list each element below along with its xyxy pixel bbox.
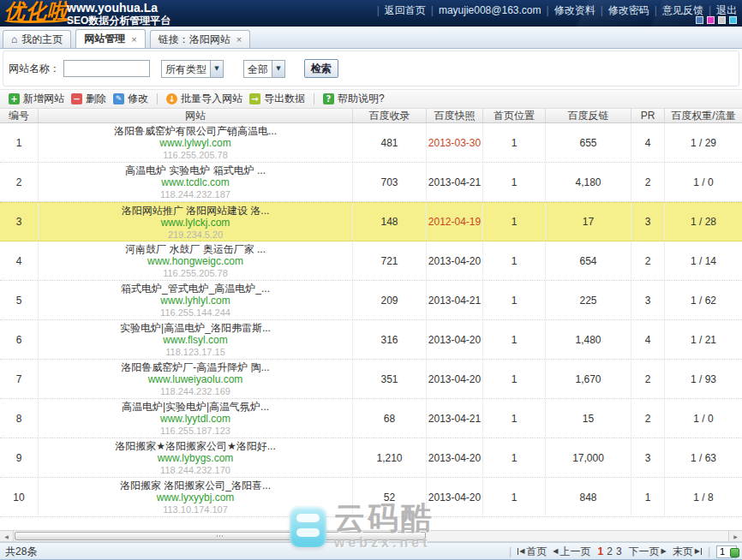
page-number[interactable]: 3 — [615, 545, 623, 557]
pr-value: 2 — [631, 163, 665, 201]
top-link[interactable]: 意见反馈 — [662, 4, 703, 16]
theme-color-swatch[interactable] — [707, 16, 715, 24]
table-row[interactable]: 5箱式电炉_管式电炉_高温电炉_...www.lyhlyl.com116.255… — [0, 281, 742, 320]
theme-color-swatch[interactable] — [696, 16, 703, 24]
first-page-button[interactable]: ◀ 首页 — [518, 545, 547, 559]
horizontal-scrollbar[interactable]: ◀ ▶ — [0, 530, 742, 542]
close-icon[interactable]: × — [131, 35, 136, 44]
type-select[interactable]: 所有类型 ▼ — [161, 60, 224, 78]
chevron-down-icon[interactable]: ▼ — [210, 61, 223, 77]
top-header-bar: 优化啦 www.youhua.La SEO数据分析管理平台 |返回首页|mayu… — [0, 0, 742, 27]
page-number[interactable]: 2 — [606, 545, 613, 557]
baidu-snapshot: 2013-04-20 — [427, 438, 483, 477]
column-header[interactable]: 百度快照 — [427, 109, 483, 122]
separator: | — [708, 545, 710, 557]
top-link[interactable]: 返回首页 — [385, 4, 426, 16]
site-domain-link[interactable]: www.hongweigc.com — [147, 255, 243, 267]
row-number: 4 — [0, 241, 39, 280]
page-number-current[interactable]: 1 — [597, 545, 605, 557]
scroll-left-arrow-icon[interactable]: ◀ — [0, 531, 14, 541]
site-domain-link[interactable]: www.lyytdl.com — [160, 413, 230, 425]
table-row[interactable]: 7洛阳鲁威窑炉厂-高温升降炉 陶...www.luweiyaolu.com118… — [0, 360, 742, 399]
separator: | — [655, 4, 657, 16]
baidu-collected: 351 — [353, 360, 427, 398]
table-row[interactable]: 8高温电炉|实验电炉|高温气氛炉...www.lyytdl.com116.255… — [0, 399, 742, 438]
batch-import-button[interactable]: ↓ 批量导入网站 — [163, 92, 246, 106]
scrollbar-thumb[interactable] — [15, 532, 426, 540]
table-row[interactable]: 9洛阳搬家★洛阳搬家公司★洛阳好...www.lybygs.com118.244… — [0, 438, 742, 478]
site-domain-link[interactable]: www.lylckj.com — [161, 217, 230, 229]
site-domain-link[interactable]: www.lyhlyl.com — [160, 295, 230, 307]
column-header[interactable]: 百度反链 — [546, 109, 631, 122]
prev-page-icon: ◀ — [553, 548, 558, 555]
table-row[interactable]: 3洛阳网站推广 洛阳网站建设 洛...www.lylckj.com219.234… — [0, 202, 742, 241]
theme-color-swatch[interactable] — [718, 16, 726, 24]
help-button[interactable]: ? 帮助说明? — [320, 92, 388, 106]
site-cell: 洛阳搬家 洛阳搬家公司_洛阳喜...www.lyxyybj.com113.10.… — [39, 478, 353, 516]
button-label: 修改 — [128, 92, 148, 106]
tab-link-luoyang[interactable]: 链接：洛阳网站 × — [150, 30, 250, 48]
table-row[interactable]: 6实验电炉|高温电炉_洛阳弗雷斯...www.flsyl.com118.123.… — [0, 320, 742, 360]
table-row[interactable]: 10洛阳搬家 洛阳搬家公司_洛阳喜...www.lyxyybj.com113.1… — [0, 478, 742, 517]
top-link[interactable]: 修改资料 — [554, 4, 595, 16]
column-header[interactable]: 首页位置 — [483, 109, 546, 122]
column-header[interactable]: 百度收录 — [353, 109, 427, 122]
weight-traffic: 1 / 63 — [665, 438, 742, 477]
search-button[interactable]: 检索 — [304, 59, 338, 78]
tab-site-manage[interactable]: 网站管理 × — [75, 29, 145, 48]
site-domain-link[interactable]: www.lyxyybj.com — [157, 491, 235, 503]
baidu-backlinks: 655 — [546, 123, 631, 162]
separator: | — [509, 545, 512, 557]
pr-value: 3 — [631, 438, 665, 477]
table-row[interactable]: 1洛阳鲁威窑炉有限公司产销高温电...www.lylwyl.com116.255… — [0, 123, 742, 163]
delete-button[interactable]: − 删除 — [68, 92, 110, 106]
scroll-right-arrow-icon[interactable]: ▶ — [728, 531, 742, 541]
site-domain-link[interactable]: www.lybygs.com — [158, 452, 234, 464]
column-header[interactable]: 百度权重/流量 — [665, 109, 742, 122]
add-site-button[interactable]: + 新增网站 — [5, 92, 68, 106]
total-count: 共28条 — [5, 545, 37, 559]
export-data-button[interactable]: → 导出数据 — [246, 92, 308, 106]
table-body: 1洛阳鲁威窑炉有限公司产销高温电...www.lylwyl.com116.255… — [0, 123, 742, 517]
last-page-button[interactable]: 末页 ▶ — [673, 545, 702, 559]
next-page-button[interactable]: 下一页 ▶ — [629, 545, 667, 559]
theme-color-swatch[interactable] — [729, 16, 737, 24]
separator: | — [431, 4, 434, 16]
site-name-input[interactable] — [63, 60, 150, 77]
top-link[interactable]: 退出 — [716, 4, 737, 16]
user-email-link[interactable]: mayujie008@163.com — [439, 4, 542, 16]
site-cell: 高温电炉|实验电炉|高温气氛炉...www.lyytdl.com116.255.… — [39, 399, 353, 438]
site-title: 洛阳网站推广 洛阳网站建设 洛... — [122, 205, 270, 217]
site-domain-link[interactable]: www.tcdlc.com — [161, 176, 229, 188]
edit-button[interactable]: ✎ 修改 — [110, 92, 152, 106]
weight-traffic: 1 / 29 — [665, 123, 742, 162]
tab-my-home[interactable]: ⌂ 我的主页 — [3, 30, 71, 48]
baidu-collected: 52 — [353, 478, 427, 516]
baidu-snapshot: 2013-03-30 — [427, 123, 483, 162]
column-header[interactable]: 编号 — [0, 109, 39, 122]
site-ip: 219.234.5.20 — [168, 229, 223, 241]
separator: | — [377, 4, 380, 16]
toolbar-divider — [314, 93, 314, 104]
app-logo: 优化啦 — [4, 0, 69, 22]
top-links: |返回首页|mayujie008@163.com|修改资料|修改密码|意见反馈|… — [372, 3, 737, 18]
site-ip: 118.244.232.169 — [160, 385, 230, 397]
tab-label: 我的主页 — [21, 33, 63, 47]
site-ip: 118.123.17.15 — [165, 346, 225, 358]
site-domain-link[interactable]: www.flsyl.com — [163, 334, 227, 346]
table-row[interactable]: 4河南鼓厂 水鼓厂 奥运缶厂家 ...www.hongweigc.com116.… — [0, 241, 742, 281]
site-domain-link[interactable]: www.luweiyaolu.com — [148, 373, 243, 385]
table-row[interactable]: 2高温电炉 实验电炉 箱式电炉 ...www.tcdlc.com118.244.… — [0, 163, 742, 202]
corner-badge-icon[interactable] — [730, 548, 739, 557]
top-link[interactable]: 修改密码 — [608, 4, 649, 16]
home-position: 1 — [483, 438, 546, 477]
theme-color-squares — [696, 16, 737, 24]
scope-select[interactable]: 全部 ▼ — [243, 60, 285, 78]
chevron-down-icon[interactable]: ▼ — [272, 61, 284, 77]
site-domain-link[interactable]: www.lylwyl.com — [159, 137, 230, 149]
close-icon[interactable]: × — [236, 35, 242, 44]
home-icon: ⌂ — [11, 35, 17, 44]
prev-page-button[interactable]: ◀ 上一页 — [553, 545, 590, 559]
column-header[interactable]: PR — [631, 109, 665, 122]
column-header[interactable]: 网站 — [39, 109, 353, 122]
